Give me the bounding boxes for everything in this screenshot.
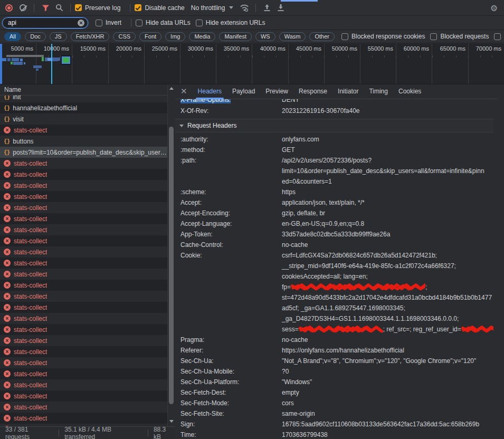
tab-preview[interactable]: Preview	[260, 84, 293, 99]
filter-pill-fetch-xhr[interactable]: Fetch/XHR	[71, 32, 110, 41]
table-row[interactable]: ×stats-collect	[0, 158, 167, 169]
table-row[interactable]: ×stats-collect	[0, 324, 167, 335]
header-value: "Windows"	[282, 377, 493, 387]
table-row[interactable]: ×stats-collect	[0, 335, 167, 346]
table-row[interactable]: ×stats-collect	[0, 313, 167, 324]
filter-input[interactable]	[8, 19, 78, 26]
timeline-minor-tick	[240, 55, 241, 58]
requests-scrollbar-thumb[interactable]	[169, 127, 174, 404]
blocked-icon: ×	[4, 171, 11, 178]
table-row[interactable]: {}buttons	[0, 136, 167, 147]
timeline-minor-tick	[216, 55, 216, 58]
table-row[interactable]: ×stats-collect	[0, 302, 167, 313]
scroll-down-icon[interactable]	[169, 420, 174, 423]
hide-data-urls-checkbox[interactable]	[136, 20, 142, 26]
throttling-select[interactable]: No throttling	[191, 4, 234, 12]
hide-extension-urls-checkbox[interactable]	[196, 20, 203, 26]
clear-button[interactable]	[16, 2, 30, 14]
invert-checkbox[interactable]	[96, 20, 102, 26]
3rd-party-requests-checkbox[interactable]	[494, 33, 501, 40]
filter-pill-wasm[interactable]: Wasm	[279, 32, 306, 41]
header-name: :method:	[180, 145, 282, 155]
close-icon[interactable]: ✕	[175, 87, 193, 97]
tab-payload[interactable]: Payload	[227, 84, 260, 99]
table-row[interactable]: ×stats-collect	[0, 413, 167, 424]
filter-pill-ws[interactable]: WS	[255, 32, 275, 41]
filter-pill-css[interactable]: CSS	[113, 32, 136, 41]
disable-cache-checkbox[interactable]	[135, 4, 141, 11]
table-row[interactable]: ×stats-collect	[0, 169, 167, 180]
table-row[interactable]: ×stats-collect	[0, 357, 167, 368]
export-har-button[interactable]	[274, 2, 288, 14]
table-row[interactable]: ×stats-collect	[0, 191, 167, 202]
header-value-line: limit=10&order=publish_date_desc&skip_us…	[282, 166, 493, 176]
request-headers-section-header[interactable]: Request Headers	[175, 119, 493, 132]
blocked-response-cookies-checkbox[interactable]	[341, 33, 348, 40]
table-row[interactable]: {}init	[0, 96, 167, 102]
requests-scrollbar[interactable]	[167, 84, 175, 426]
table-row[interactable]: ×stats-collect	[0, 202, 167, 213]
header-value-line: 1703636799438	[282, 430, 493, 439]
table-row[interactable]: ×stats-collect	[0, 269, 167, 280]
search-button[interactable]	[52, 2, 66, 14]
table-row[interactable]: {}posts?limit=10&order=publish_date_desc…	[0, 147, 167, 158]
table-row[interactable]: ×stats-collect	[0, 224, 167, 235]
table-row[interactable]: ×stats-collect	[0, 180, 167, 191]
timeline-overview[interactable]: 5000 ms10000 ms15000 ms20000 ms25000 ms3…	[0, 44, 504, 84]
settings-button[interactable]: ⚙	[487, 2, 501, 14]
header-value-line: /api2/v2/users/20572336/posts?	[282, 155, 493, 166]
tab-timing[interactable]: Timing	[364, 84, 393, 99]
record-icon	[5, 4, 13, 12]
preserve-log-checkbox[interactable]	[75, 4, 82, 11]
tab-cookies[interactable]: Cookies	[393, 84, 426, 99]
json-icon: {}	[4, 96, 9, 100]
header-row: Sec-Fetch-Site:same-origin	[175, 408, 493, 419]
table-row[interactable]: ×stats-collect	[0, 125, 167, 136]
table-row[interactable]: ×stats-collect	[0, 379, 167, 390]
table-row[interactable]: ×stats-collect	[0, 235, 167, 246]
filter-pill-media[interactable]: Media	[189, 32, 215, 41]
filter-toggle-button[interactable]	[39, 2, 52, 14]
table-row[interactable]: ×stats-collect	[0, 368, 167, 379]
table-row[interactable]: {}visit	[0, 113, 167, 125]
header-value: 16785:5aad9602cf110608b03133de563642fac1…	[282, 419, 493, 430]
waterfall-bar	[13, 62, 23, 65]
filter-pill-img[interactable]: Img	[165, 32, 185, 41]
blocked-requests-checkbox[interactable]	[430, 33, 437, 40]
table-row[interactable]: ×stats-collect	[0, 257, 167, 269]
timeline-gridline	[288, 44, 289, 84]
table-row[interactable]: ×stats-collect	[0, 291, 167, 302]
filter-pill-js[interactable]: JS	[50, 32, 67, 41]
table-row[interactable]: ×stats-collect	[0, 280, 167, 291]
filter-pill-manifest[interactable]: Manifest	[219, 32, 252, 41]
scroll-up-icon[interactable]	[169, 87, 174, 90]
devtools-network-panel: Preserve log Disable cache No throttling…	[0, 0, 504, 439]
active-tab-indicator	[281, 0, 318, 2]
tab-initiator[interactable]: Initiator	[332, 84, 364, 99]
header-value: ?0	[282, 366, 493, 377]
preserve-log-label: Preserve log	[85, 4, 120, 12]
network-conditions-button[interactable]	[237, 2, 251, 14]
clear-filter-icon[interactable]: ×	[78, 20, 84, 26]
filter-pill-doc[interactable]: Doc	[25, 32, 46, 41]
filter-pill-other[interactable]: Other	[309, 32, 335, 41]
record-button[interactable]	[2, 2, 16, 14]
timeline-minor-tick	[204, 55, 205, 58]
timeline-minor-tick	[396, 55, 396, 58]
timeline-minor-tick	[108, 55, 109, 58]
import-har-button[interactable]	[260, 2, 274, 14]
table-row[interactable]: ×stats-collect	[0, 246, 167, 257]
tab-headers[interactable]: Headers	[193, 84, 227, 99]
table-row[interactable]: ×stats-collect	[0, 390, 167, 402]
blocked-icon: ×	[4, 237, 11, 244]
table-row[interactable]: {}hannahelizabethofficial	[0, 102, 167, 113]
header-row: Cookie:csrf=LdfcGX4Sa72db06824c657db26a5…	[175, 250, 493, 335]
table-row[interactable]: ×stats-collect	[0, 402, 167, 413]
name-column-header[interactable]: Name	[0, 84, 167, 96]
tab-response[interactable]: Response	[293, 84, 332, 99]
filter-pill-font[interactable]: Font	[139, 32, 161, 41]
table-row[interactable]: ×stats-collect	[0, 213, 167, 224]
timeline-tick-label: 35000 ms	[224, 45, 251, 52]
table-row[interactable]: ×stats-collect	[0, 346, 167, 357]
filter-pill-all[interactable]: All	[4, 32, 21, 41]
